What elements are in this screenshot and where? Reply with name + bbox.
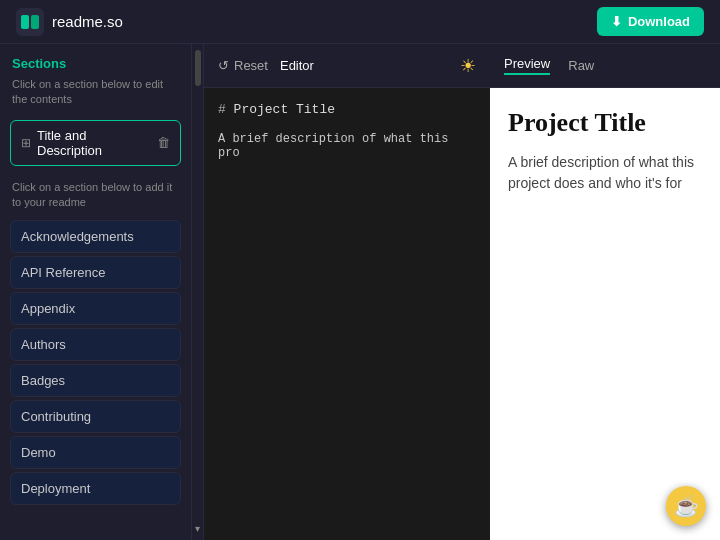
section-grid-icon: ⊞	[21, 136, 31, 150]
list-item[interactable]: Demo	[10, 436, 181, 469]
preview-description: A brief description of what this project…	[508, 152, 702, 194]
sidebar-hint1: Click on a section below to edit the con…	[0, 75, 191, 116]
list-item-label: Authors	[21, 337, 66, 352]
list-item-label: Demo	[21, 445, 56, 460]
sidebar-hint2: Click on a section below to add it to yo…	[0, 170, 191, 217]
list-item-label: Acknowledgements	[21, 229, 134, 244]
editor-line-desc: A brief description of what this pro	[218, 132, 476, 160]
list-item[interactable]: Badges	[10, 364, 181, 397]
theme-toggle-icon[interactable]: ☀	[460, 55, 476, 77]
topbar: readme.so ⬇ Download	[0, 0, 720, 44]
list-item-label: Contributing	[21, 409, 91, 424]
logo-icon	[16, 8, 44, 36]
download-label: Download	[628, 14, 690, 29]
reset-button[interactable]: ↺ Reset	[218, 58, 268, 73]
reset-label: Reset	[234, 58, 268, 73]
logo-area: readme.so	[16, 8, 123, 36]
svg-rect-2	[31, 15, 39, 29]
list-item[interactable]: API Reference	[10, 256, 181, 289]
active-section-item[interactable]: ⊞ Title and Description 🗑	[10, 120, 181, 166]
preview-area: Preview Raw Project Title A brief descri…	[490, 44, 720, 540]
list-item[interactable]: Authors	[10, 328, 181, 361]
sidebar: Sections Click on a section below to edi…	[0, 44, 192, 540]
tab-raw[interactable]: Raw	[568, 58, 594, 73]
list-item[interactable]: Deployment	[10, 472, 181, 505]
preview-title: Project Title	[508, 108, 702, 138]
tab-editor[interactable]: Editor	[280, 58, 314, 73]
sidebar-list: Acknowledgements API Reference Appendix …	[0, 217, 191, 540]
editor-line-hash: # Project Title	[218, 102, 476, 117]
editor-toolbar: ↺ Reset Editor ☀	[204, 44, 490, 88]
download-button[interactable]: ⬇ Download	[597, 7, 704, 36]
coffee-button[interactable]: ☕	[666, 486, 706, 526]
list-item-label: API Reference	[21, 265, 106, 280]
sections-label: Sections	[0, 44, 191, 75]
active-section-label: Title and Description	[37, 128, 151, 158]
reset-icon: ↺	[218, 58, 229, 73]
list-item[interactable]: Contributing	[10, 400, 181, 433]
scroll-down-arrow[interactable]: ▾	[195, 523, 200, 534]
list-item-label: Appendix	[21, 301, 75, 316]
sidebar-scrollbar[interactable]: ▾	[192, 44, 204, 540]
preview-tabs: Preview Raw	[490, 44, 720, 88]
coffee-icon: ☕	[674, 494, 699, 518]
list-item-label: Deployment	[21, 481, 90, 496]
scrollbar-thumb	[195, 50, 201, 86]
list-item-label: Badges	[21, 373, 65, 388]
main-layout: Sections Click on a section below to edi…	[0, 44, 720, 540]
trash-icon[interactable]: 🗑	[157, 135, 170, 150]
svg-rect-0	[16, 8, 44, 36]
editor-area: ↺ Reset Editor ☀ # Project Title A brief…	[204, 44, 490, 540]
preview-content: Project Title A brief description of wha…	[490, 88, 720, 540]
list-item[interactable]: Appendix	[10, 292, 181, 325]
svg-rect-1	[21, 15, 29, 29]
download-icon: ⬇	[611, 14, 622, 29]
list-item[interactable]: Acknowledgements	[10, 220, 181, 253]
editor-fade	[450, 102, 490, 122]
logo-text: readme.so	[52, 13, 123, 30]
tab-preview[interactable]: Preview	[504, 56, 550, 75]
editor-content[interactable]: # Project Title A brief description of w…	[204, 88, 490, 540]
